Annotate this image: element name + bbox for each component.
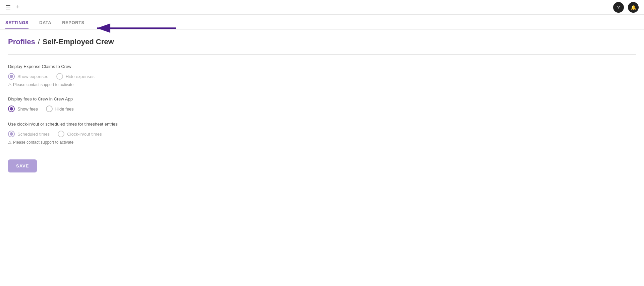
nav-tabs: SETTINGS DATA REPORTS (0, 15, 644, 29)
show-expenses-option[interactable]: Show expenses (8, 73, 48, 80)
hide-expenses-option[interactable]: Hide expenses (56, 73, 95, 80)
hide-fees-radio[interactable] (46, 105, 53, 112)
hide-fees-option[interactable]: Hide fees (46, 105, 74, 112)
timesheet-section: Use clock-in/out or scheduled times for … (8, 122, 636, 145)
scheduled-times-radio[interactable] (8, 131, 15, 137)
page-content: Profiles / Self-Employed Crew Display Ex… (0, 29, 644, 181)
hide-fees-label: Hide fees (55, 106, 74, 112)
expense-claims-radio-group: Show expenses Hide expenses (8, 73, 636, 80)
top-bar-right: ? 🔔 (613, 2, 639, 13)
hide-expenses-label: Hide expenses (66, 74, 95, 79)
clockin-times-radio[interactable] (58, 131, 64, 137)
save-button[interactable]: SAVE (8, 159, 37, 172)
show-expenses-radio[interactable] (8, 73, 15, 80)
breadcrumb-profiles-link[interactable]: Profiles (8, 38, 35, 46)
breadcrumb: Profiles / Self-Employed Crew (8, 38, 636, 46)
expense-claims-section: Display Expense Claims to Crew Show expe… (8, 64, 636, 87)
fees-label: Display fees to Crew in Crew App (8, 96, 636, 101)
breadcrumb-separator: / (38, 38, 40, 46)
breadcrumb-current: Self-Employed Crew (43, 38, 114, 46)
show-fees-option[interactable]: Show fees (8, 105, 38, 112)
fees-section: Display fees to Crew in Crew App Show fe… (8, 96, 636, 112)
tab-data[interactable]: DATA (39, 20, 51, 29)
timesheet-warning: ⚠ Please contact support to activate (8, 140, 636, 145)
top-bar: ☰ + ? 🔔 (0, 0, 644, 15)
warning-icon-2: ⚠ (8, 140, 12, 145)
scheduled-times-label: Scheduled times (17, 132, 50, 137)
tab-reports[interactable]: REPORTS (62, 20, 84, 29)
scheduled-times-option[interactable]: Scheduled times (8, 131, 50, 137)
top-bar-left: ☰ + (5, 4, 20, 11)
tab-settings[interactable]: SETTINGS (5, 20, 29, 29)
show-fees-radio[interactable] (8, 105, 15, 112)
help-icon[interactable]: ? (613, 2, 624, 13)
expense-claims-warning: ⚠ Please contact support to activate (8, 82, 636, 87)
notifications-icon[interactable]: 🔔 (628, 2, 639, 13)
hamburger-icon[interactable]: ☰ (5, 4, 11, 11)
expense-claims-label: Display Expense Claims to Crew (8, 64, 636, 69)
fees-radio-group: Show fees Hide fees (8, 105, 636, 112)
warning-icon: ⚠ (8, 82, 12, 87)
timesheet-radio-group: Scheduled times Clock-in/out times (8, 131, 636, 137)
show-fees-label: Show fees (17, 106, 38, 112)
show-expenses-label: Show expenses (17, 74, 48, 79)
timesheet-warning-text: Please contact support to activate (13, 140, 73, 145)
clockin-times-label: Clock-in/out times (67, 132, 102, 137)
timesheet-label: Use clock-in/out or scheduled times for … (8, 122, 636, 127)
clockin-times-option[interactable]: Clock-in/out times (58, 131, 102, 137)
hide-expenses-radio[interactable] (56, 73, 63, 80)
section-divider (8, 54, 636, 55)
expense-claims-warning-text: Please contact support to activate (13, 82, 73, 87)
new-tab-icon[interactable]: + (16, 4, 20, 11)
